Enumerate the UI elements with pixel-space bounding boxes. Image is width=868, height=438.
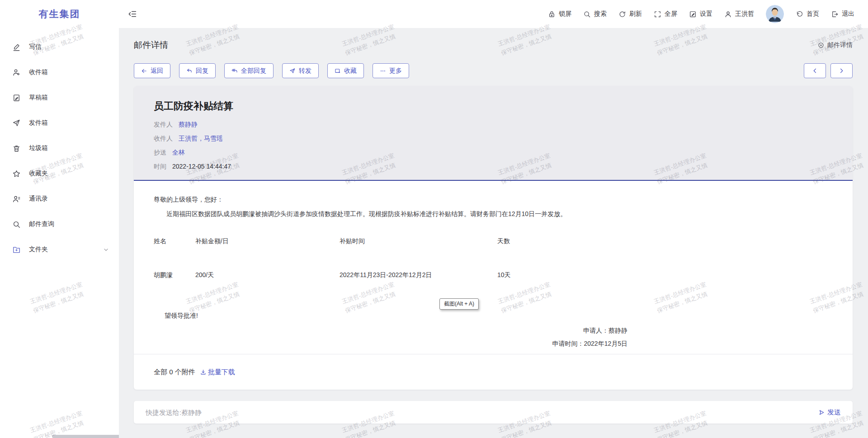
topbar-item-label: 锁屏	[559, 10, 571, 18]
undo-arrow-icon	[796, 10, 803, 18]
button-label: 收藏	[344, 67, 357, 75]
table-header-cell: 天数	[497, 236, 627, 246]
topbar-item-refresh[interactable]: 刷新	[618, 10, 642, 18]
breadcrumb: 邮件详情	[817, 41, 853, 49]
sidebar-item-drafts[interactable]: 草稿箱	[0, 85, 119, 110]
forward-button[interactable]: 转发	[282, 63, 319, 78]
mail-to-row: 收件人王洪哲，马雪瑶	[154, 132, 833, 146]
prev-mail-button[interactable]	[804, 63, 826, 78]
sent-icon	[12, 119, 21, 127]
reply-all-arrow-icon	[231, 68, 238, 74]
sidebar-item-label: 草稿箱	[29, 94, 48, 102]
folder-plus-icon	[12, 245, 21, 254]
search-icon	[583, 10, 591, 18]
compose-icon	[12, 43, 21, 52]
toolbar-buttons: 返回 回复 全部回复 转发	[134, 63, 409, 78]
arrow-left-icon	[141, 68, 147, 74]
mail-pager	[804, 63, 853, 78]
more-button[interactable]: 更多	[373, 63, 409, 78]
topbar: 锁屏 搜索 刷新 全屏 设置	[119, 0, 868, 28]
topbar-item-search[interactable]: 搜索	[583, 10, 607, 18]
attachment-summary: 全部 0 个附件	[154, 368, 195, 377]
sidebar-item-label: 垃圾箱	[29, 144, 48, 152]
sidebar-item-folders[interactable]: 文件夹	[0, 237, 119, 262]
button-label: 更多	[389, 67, 402, 75]
chevron-down-icon[interactable]	[103, 247, 109, 253]
topbar-actions: 锁屏 搜索 刷新 全屏 设置	[548, 5, 854, 23]
next-mail-button[interactable]	[830, 63, 853, 78]
search-icon	[12, 220, 21, 229]
topbar-item-label: 首页	[807, 10, 819, 18]
paper-plane-icon	[289, 68, 296, 74]
cc-contact-link[interactable]: 全林	[172, 149, 185, 156]
star-icon	[12, 170, 21, 178]
quick-send-bar: 发送	[134, 401, 853, 424]
topbar-item-label: 搜索	[594, 10, 607, 18]
sidebar-item-trash[interactable]: 垃圾箱	[0, 136, 119, 161]
back-button[interactable]: 返回	[134, 63, 170, 78]
content-header: 邮件详情 邮件详情	[134, 28, 853, 51]
table-header-cell: 补贴时间	[340, 236, 497, 246]
sidebar-item-mail-search[interactable]: 邮件查询	[0, 212, 119, 237]
sidebar-item-compose[interactable]: 写信	[0, 34, 119, 60]
to-contact-links[interactable]: 王洪哲，马雪瑶	[179, 135, 223, 142]
app-root: 有生集团 写信 收件箱 草稿箱 发件箱 垃圾箱	[0, 0, 868, 438]
cc-label: 抄送	[154, 149, 166, 156]
user-avatar[interactable]	[766, 5, 784, 23]
lock-icon	[548, 10, 556, 18]
to-label: 收件人	[154, 135, 173, 142]
batch-download-label: 批量下载	[208, 368, 235, 377]
topbar-item-lockscreen[interactable]: 锁屏	[548, 10, 571, 18]
reply-all-button[interactable]: 全部回复	[224, 63, 274, 78]
screenshot-tooltip: 截图(Alt + A)	[439, 298, 479, 310]
mail-subject: 员工防疫补贴结算	[154, 99, 833, 113]
sidebar-item-inbox[interactable]: 收件箱	[0, 60, 119, 85]
mail-greeting: 尊敬的上级领导，您好：	[154, 194, 627, 204]
inbox-icon	[12, 68, 21, 77]
trash-icon	[12, 144, 21, 153]
button-label: 全部回复	[241, 67, 266, 75]
quick-send-input[interactable]	[146, 409, 818, 416]
topbar-item-settings[interactable]: 设置	[689, 10, 712, 18]
mail-time-row: 时间2022-12-05 14:44:47	[154, 160, 833, 174]
send-button[interactable]: 发送	[818, 408, 841, 417]
sidebar-item-label: 邮件查询	[29, 220, 54, 228]
batch-download-link[interactable]: 批量下载	[200, 368, 235, 377]
favorite-button[interactable]: 收藏	[327, 63, 364, 78]
sidebar-item-sent[interactable]: 发件箱	[0, 110, 119, 136]
topbar-item-logout[interactable]: 退出	[831, 10, 854, 18]
apply-date-line: 申请时间：2022年12月5日	[154, 337, 627, 350]
horizontal-scrollbar-thumb[interactable]	[52, 435, 120, 438]
mail-content: 尊敬的上级领导，您好： 近期福田区数据团队成员胡鹏濛被抽调沙头街道参加疫情数据处…	[154, 194, 627, 350]
breadcrumb-label: 邮件详情	[827, 41, 853, 49]
user-avatar-photo	[766, 5, 784, 23]
chevron-right-icon	[839, 68, 844, 74]
from-contact-link[interactable]: 蔡静静	[179, 121, 198, 128]
sidebar-item-label: 发件箱	[29, 119, 48, 127]
main-column: 锁屏 搜索 刷新 全屏 设置	[119, 0, 868, 438]
draft-icon	[12, 94, 21, 102]
topbar-item-fullscreen[interactable]: 全屏	[654, 10, 677, 18]
reply-button[interactable]: 回复	[179, 63, 216, 78]
mail-closing: 望领导批准!	[154, 311, 627, 320]
fullscreen-icon	[654, 10, 661, 18]
menu-fold-icon[interactable]	[128, 9, 137, 19]
sidebar-item-favorites[interactable]: 收藏夹	[0, 161, 119, 186]
table-header-cell: 姓名	[154, 236, 195, 246]
sidebar-nav: 写信 收件箱 草稿箱 发件箱 垃圾箱 收藏夹	[0, 28, 119, 262]
topbar-item-profile[interactable]: 王洪哲	[724, 10, 754, 18]
topbar-item-label: 王洪哲	[735, 10, 754, 18]
sidebar-item-contacts[interactable]: 通讯录	[0, 186, 119, 212]
table-header-cell: 补贴金额/日	[195, 236, 340, 246]
reply-arrow-icon	[186, 68, 193, 74]
button-label: 回复	[196, 67, 208, 75]
refresh-icon	[618, 10, 626, 18]
sidebar-item-label: 文件夹	[29, 245, 48, 254]
topbar-item-home[interactable]: 首页	[796, 10, 819, 18]
mail-body: 尊敬的上级领导，您好： 近期福田区数据团队成员胡鹏濛被抽调沙头街道参加疫情数据处…	[134, 181, 853, 350]
download-icon	[200, 369, 207, 376]
sidebar: 有生集团 写信 收件箱 草稿箱 发件箱 垃圾箱	[0, 0, 119, 438]
topbar-item-label: 退出	[842, 10, 854, 18]
brand-logo: 有生集团	[0, 0, 119, 28]
mail-cc-row: 抄送全林	[154, 146, 833, 160]
